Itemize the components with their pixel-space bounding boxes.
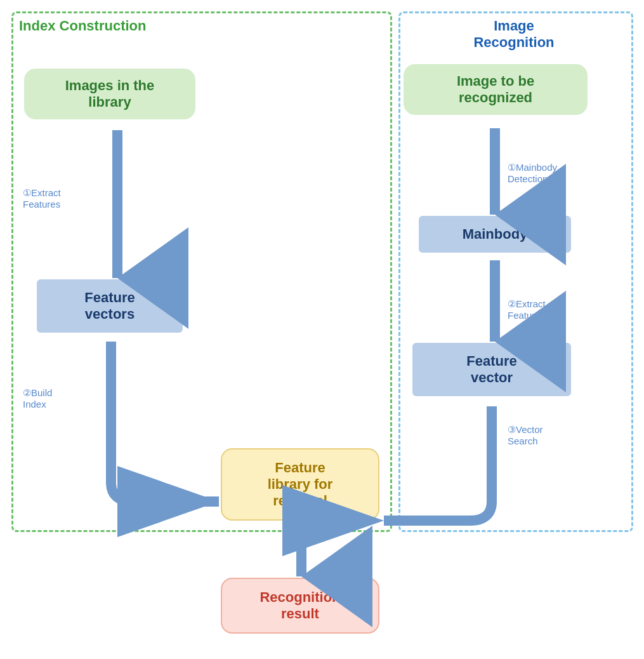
image-to-recognize-box: Image to berecognized bbox=[404, 64, 588, 115]
feature-library-box: Featurelibrary forretrieval bbox=[221, 448, 379, 521]
diagram: Index Construction ImageRecognition Imag… bbox=[0, 0, 644, 659]
label-extract-features: ①ExtractFeatures bbox=[23, 187, 61, 210]
label-extract-feature-right: ②ExtractFeature bbox=[508, 298, 546, 321]
recognition-result-box: Recognitionresult bbox=[221, 578, 379, 634]
images-in-library-box: Images in thelibrary bbox=[24, 69, 195, 119]
image-recognition-title: ImageRecognition bbox=[431, 18, 596, 51]
label-build-index: ②BuildIndex bbox=[23, 387, 52, 409]
label-mainbody-detection: ①MainbodyDetection bbox=[508, 162, 557, 184]
feature-vectors-box: Featurevectors bbox=[37, 279, 183, 333]
mainbody-box: Mainbody bbox=[419, 216, 571, 253]
index-construction-title: Index Construction bbox=[19, 18, 146, 34]
label-vector-search: ③VectorSearch bbox=[508, 424, 543, 446]
feature-vector-right-box: Featurevector bbox=[412, 343, 571, 396]
